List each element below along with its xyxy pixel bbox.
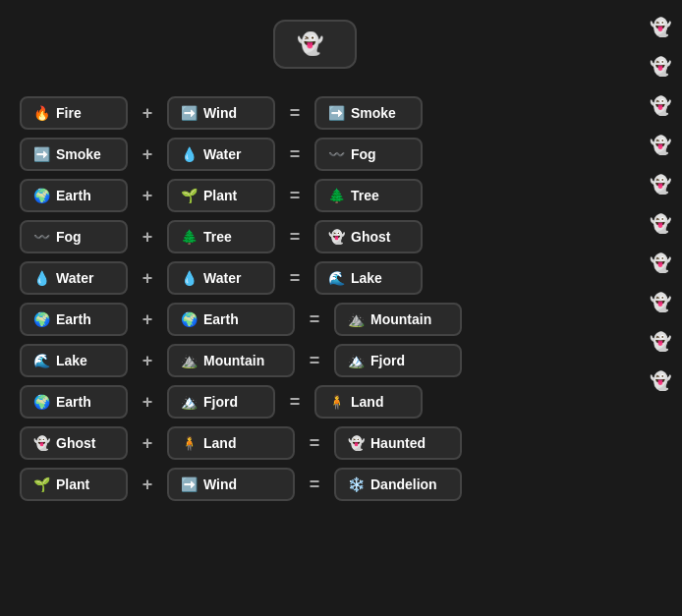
recipe-chip[interactable]: ❄️Dandelion	[334, 468, 462, 501]
chip-label: Earth	[56, 311, 91, 327]
sidebar-icon[interactable]: 👻	[643, 167, 678, 202]
chip-icon: 👻	[328, 229, 345, 245]
chip-icon: 🌊	[33, 353, 50, 368]
recipe-chip[interactable]: ⛰️Mountain	[334, 303, 462, 336]
chip-icon: 🌱	[181, 188, 198, 203]
chip-label: Smoke	[56, 146, 101, 162]
chip-icon: ❄️	[348, 476, 365, 492]
chip-icon: 🌲	[181, 229, 198, 245]
recipe-chip[interactable]: 🏔️Fjord	[334, 344, 462, 377]
recipe-chip[interactable]: 💧Water	[167, 138, 275, 171]
chip-label: Earth	[56, 394, 91, 410]
op-symbol: +	[140, 475, 155, 495]
recipe-chip[interactable]: 〰️Fog	[314, 138, 423, 171]
chip-label: Smoke	[351, 105, 396, 121]
op-symbol: +	[140, 392, 155, 413]
chip-label: Mountain	[370, 311, 431, 327]
recipe-row: 💧Water+💧Water=🌊Lake	[20, 261, 609, 295]
chip-icon: ➡️	[181, 105, 198, 121]
recipe-chip[interactable]: 🧍Land	[167, 426, 295, 460]
recipe-row: 🌍Earth+🌱Plant=🌲Tree	[20, 179, 609, 212]
sidebar-icon[interactable]: 👻	[643, 128, 678, 163]
chip-label: Ghost	[351, 229, 390, 245]
recipe-chip[interactable]: ➡️Wind	[167, 96, 275, 130]
sidebar-icon[interactable]: 👻	[643, 285, 678, 320]
chip-icon: 🌍	[181, 311, 198, 327]
op-symbol: =	[287, 103, 303, 124]
recipe-chip[interactable]: 🌊Lake	[314, 261, 423, 295]
recipe-chip[interactable]: 🌍Earth	[20, 303, 128, 336]
recipe-row: 🌊Lake+⛰️Mountain=🏔️Fjord	[20, 344, 609, 377]
chip-icon: ⛰️	[348, 311, 365, 327]
op-symbol: =	[287, 186, 303, 206]
chip-icon: 🏔️	[348, 353, 365, 368]
op-symbol: =	[307, 433, 322, 454]
chip-icon: 🌍	[33, 394, 50, 410]
chip-icon: 🔥	[33, 105, 50, 121]
recipe-chip[interactable]: 🌱Plant	[167, 179, 275, 212]
recipe-chip[interactable]: 💧Water	[20, 261, 128, 295]
sidebar-icon[interactable]: 👻	[643, 88, 678, 124]
op-symbol: +	[140, 103, 155, 124]
recipe-row: 🌍Earth+🌍Earth=⛰️Mountain	[20, 303, 609, 336]
recipe-chip[interactable]: 🏔️Fjord	[167, 385, 275, 419]
recipe-chip[interactable]: 🌍Earth	[20, 385, 128, 419]
recipe-row: ➡️Smoke+💧Water=〰️Fog	[20, 138, 609, 171]
op-symbol: =	[307, 475, 322, 495]
chip-label: Dandelion	[370, 476, 437, 492]
recipe-chip[interactable]: 🌱Plant	[20, 468, 128, 501]
op-symbol: +	[140, 309, 155, 330]
recipe-row: 🔥Fire+➡️Wind=➡️Smoke	[20, 96, 609, 130]
recipe-chip[interactable]: 💧Water	[167, 261, 275, 295]
recipe-chip[interactable]: 🌊Lake	[20, 344, 128, 377]
chip-icon: 🌍	[33, 188, 50, 203]
recipe-chip[interactable]: 👻Ghost	[314, 220, 423, 253]
op-symbol: +	[140, 351, 155, 371]
sidebar-icon[interactable]: 👻	[643, 10, 678, 45]
chip-icon: 👻	[348, 435, 365, 451]
sidebar-icon[interactable]: 👻	[643, 246, 678, 281]
chip-icon: 🧍	[181, 435, 198, 451]
chip-label: Water	[56, 270, 93, 286]
chip-label: Lake	[56, 353, 87, 368]
op-symbol: =	[307, 309, 322, 330]
op-symbol: +	[140, 186, 155, 206]
recipe-chip[interactable]: 🔥Fire	[20, 96, 128, 130]
chip-icon: ➡️	[33, 146, 50, 162]
chip-label: Earth	[56, 188, 91, 203]
recipe-row: 🌱Plant+➡️Wind=❄️Dandelion	[20, 468, 609, 501]
recipe-chip[interactable]: 👻Haunted	[334, 426, 462, 460]
op-symbol: =	[287, 268, 303, 289]
chip-icon: 🏔️	[181, 394, 198, 410]
recipe-chip[interactable]: 🌲Tree	[314, 179, 423, 212]
chip-icon: 💧	[181, 270, 198, 286]
chip-icon: ➡️	[328, 105, 345, 121]
chip-label: Plant	[56, 476, 89, 492]
chip-icon: 👻	[33, 435, 50, 451]
recipe-chip[interactable]: 🌍Earth	[20, 179, 128, 212]
recipe-chip[interactable]: ➡️Smoke	[20, 138, 128, 171]
recipe-chip[interactable]: 🌍Earth	[167, 303, 295, 336]
chip-label: Wind	[203, 476, 237, 492]
chip-label: Tree	[203, 229, 232, 245]
recipe-chip[interactable]: 🌲Tree	[167, 220, 275, 253]
sidebar-icon[interactable]: 👻	[643, 49, 678, 84]
chip-icon: ➡️	[181, 476, 198, 492]
recipe-chip[interactable]: ⛰️Mountain	[167, 344, 295, 377]
recipe-chip[interactable]: 👻Ghost	[20, 426, 128, 460]
chip-label: Fjord	[370, 353, 405, 368]
recipe-chip[interactable]: 〰️Fog	[20, 220, 128, 253]
recipe-chip[interactable]: 🧍Land	[314, 385, 423, 419]
recipe-chip[interactable]: ➡️Smoke	[314, 96, 423, 130]
chip-label: Fog	[56, 229, 82, 245]
chip-icon: 🌲	[328, 188, 345, 203]
sidebar-icon[interactable]: 👻	[643, 324, 678, 360]
header: 👻	[20, 20, 609, 69]
title-icon: 👻	[297, 31, 323, 57]
recipe-row: 🌍Earth+🏔️Fjord=🧍Land	[20, 385, 609, 419]
sidebar-icon[interactable]: 👻	[643, 206, 678, 242]
sidebar-icon[interactable]: 👻	[643, 364, 678, 399]
op-symbol: =	[287, 392, 303, 413]
recipe-list: 🔥Fire+➡️Wind=➡️Smoke➡️Smoke+💧Water=〰️Fog…	[20, 96, 609, 501]
recipe-chip[interactable]: ➡️Wind	[167, 468, 295, 501]
